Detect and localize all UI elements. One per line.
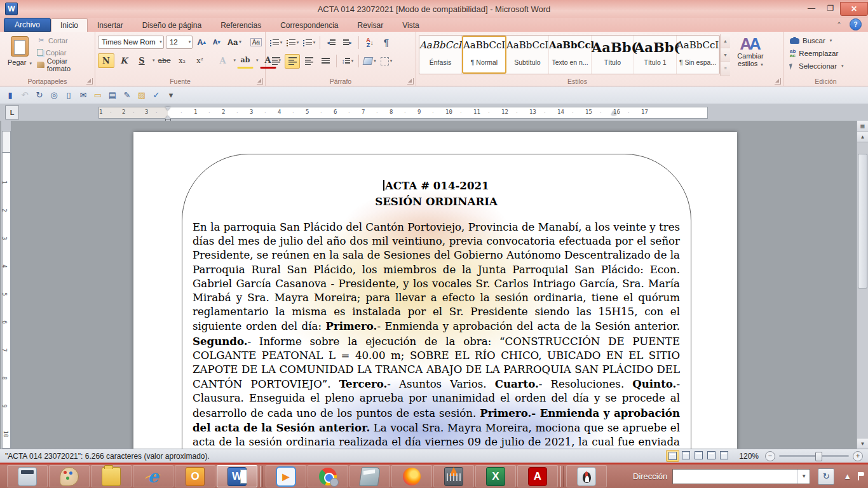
taskbar-item-media-player[interactable]: ▶ — [266, 465, 306, 487]
scroll-down-arrow[interactable]: ▼ — [857, 438, 868, 449]
superscript-button[interactable]: x² — [192, 53, 208, 68]
ruler-toggle-button[interactable]: ▦ — [857, 121, 868, 132]
taskbar-item-burner[interactable] — [433, 465, 474, 487]
zoom-level[interactable]: 120% — [739, 452, 759, 461]
taskbar-item-autocad[interactable]: A — [517, 465, 558, 487]
borders-button[interactable]: ▾ — [379, 54, 394, 69]
justify-button[interactable] — [318, 54, 333, 69]
change-case-button[interactable]: Aa▾ — [225, 35, 244, 49]
taskbar-item-outlook[interactable]: O — [175, 465, 215, 487]
decrease-indent-button[interactable]: ◂ — [323, 36, 339, 50]
tab-vista[interactable]: Vista — [393, 18, 428, 32]
horizontal-ruler[interactable]: 3·2·1·1·2·3·4·5·6·7·8·9·10·11·12·13·14·1… — [98, 107, 708, 119]
dialog-launcher-parrafo[interactable] — [407, 78, 414, 85]
scroll-up-arrow[interactable]: ▲ — [857, 132, 868, 142]
tab-selector-button[interactable]: L — [5, 105, 19, 119]
print-layout-view-button[interactable] — [666, 450, 679, 462]
print-icon[interactable]: ▤ — [106, 89, 119, 102]
style-texto-en-n-[interactable]: AaBbCclTexto en n... — [549, 36, 592, 74]
underline-dropdown[interactable]: ▾ — [153, 58, 155, 63]
format-painter-button[interactable]: Copiar formato — [36, 58, 92, 71]
address-input[interactable]: ▼ — [672, 469, 810, 484]
italic-button[interactable]: K — [116, 53, 132, 68]
font-name-combo[interactable]: Times New Rom▾ — [98, 36, 164, 49]
address-go-button[interactable]: ↻ — [818, 468, 834, 485]
tab-diseno-de-pagina[interactable]: Diseño de página — [133, 18, 211, 32]
taskbar-item-excel[interactable]: X — [475, 465, 516, 487]
style-t-tulo-1[interactable]: AaBb(Título 1 — [634, 36, 677, 74]
tab-correspondencia[interactable]: Correspondencia — [271, 18, 348, 32]
address-dropdown-icon[interactable]: ▼ — [797, 470, 810, 484]
font-size-combo[interactable]: 12▾ — [166, 36, 193, 49]
restore-button[interactable]: ❐ — [821, 2, 840, 15]
text-effects-button[interactable]: A — [215, 53, 231, 68]
mail-icon[interactable]: ✉ — [77, 89, 90, 102]
save-icon[interactable]: ▮ — [4, 89, 17, 102]
show-marks-button[interactable]: ¶ — [379, 36, 394, 50]
document-text[interactable]: ACTA # 014-2021 SESIÓN ORDINARIA En la p… — [193, 178, 680, 449]
highlight-button[interactable]: ab — [237, 53, 254, 69]
zoom-slider-track[interactable] — [779, 455, 849, 457]
style-subt-tulo[interactable]: AaBbCcISubtítulo — [506, 36, 549, 74]
numbering-button[interactable]: ▾ — [285, 36, 300, 50]
taskbar-item-firefox[interactable] — [391, 465, 432, 487]
dialog-launcher-estilos[interactable] — [775, 78, 781, 85]
indent-markers[interactable] — [165, 107, 171, 119]
new-document-icon[interactable]: ▯ — [62, 89, 75, 102]
taskbar-item-calculator[interactable] — [7, 465, 48, 487]
grow-font-button[interactable]: A▴ — [194, 35, 208, 49]
dialog-launcher-fuente[interactable] — [257, 78, 263, 85]
close-button[interactable]: ✕ — [840, 2, 868, 16]
align-right-button[interactable] — [301, 54, 316, 69]
print-preview-icon[interactable]: ◎ — [48, 89, 60, 102]
folder-options-icon[interactable]: ▨ — [135, 89, 148, 102]
document-page[interactable]: ACTA # 014-2021 SESIÓN ORDINARIA En la p… — [133, 132, 737, 449]
bold-button[interactable]: N — [98, 53, 114, 68]
cut-button[interactable]: ✂ Cortar — [36, 34, 92, 46]
style--sin-espa-[interactable]: AaBbCcI¶ Sin espa... — [677, 36, 719, 74]
styles-scroll-down[interactable]: ▼ — [721, 48, 730, 62]
shading-button[interactable]: ▾ — [362, 54, 377, 69]
more-icon[interactable]: ▾ — [165, 89, 177, 102]
paste-button[interactable]: Pegar ▾ — [5, 35, 34, 74]
taskbar-item-java[interactable] — [566, 465, 607, 487]
taskbar-item-internet-explorer[interactable]: e — [133, 465, 173, 487]
vertical-scrollbar[interactable]: ▦ ▲ ▼ — [857, 121, 868, 449]
draft-view-button[interactable] — [718, 450, 730, 461]
bullets-button[interactable]: ▾ — [268, 36, 283, 50]
minimize-button[interactable]: — — [802, 2, 821, 15]
taskbar-item-word[interactable]: W — [217, 465, 257, 487]
shrink-font-button[interactable]: A▾ — [210, 35, 223, 49]
style--nfasis[interactable]: AaBbCcIÉnfasis — [419, 36, 462, 74]
styles-more-button[interactable]: ≡ — [721, 62, 730, 76]
select-button[interactable]: Seleccionar▾ — [786, 60, 865, 72]
vertical-ruler[interactable]: 12345678910 — [1, 121, 11, 449]
taskbar-item-file-explorer[interactable] — [91, 465, 132, 487]
tab-inicio[interactable]: Inicio — [51, 18, 88, 32]
clear-formatting-button[interactable]: A̷a — [250, 37, 262, 47]
word-count-status[interactable]: "ACTA 014 23072021": 6.266 caracteres (v… — [0, 452, 210, 461]
underline-button[interactable]: S — [133, 53, 150, 68]
action-center-flag-icon[interactable] — [858, 472, 864, 480]
taskbar-item-fax-scan[interactable] — [349, 465, 390, 487]
replace-button[interactable]: abac Reemplazar — [786, 47, 865, 60]
help-icon[interactable]: ? — [850, 18, 862, 30]
zoom-slider-thumb[interactable] — [815, 452, 822, 461]
align-center-button[interactable] — [285, 54, 300, 69]
redo-icon[interactable]: ↻ — [33, 89, 46, 102]
style-t-tulo[interactable]: AaBb(Título — [592, 36, 634, 74]
style--normal[interactable]: AaBbCcI¶ Normal — [462, 36, 506, 74]
styles-scroll-up[interactable]: ▲ — [721, 34, 730, 48]
align-left-button[interactable] — [268, 54, 283, 69]
tab-referencias[interactable]: Referencias — [211, 18, 271, 32]
web-layout-view-button[interactable] — [693, 450, 705, 461]
find-button[interactable]: Buscar▾ — [786, 34, 865, 47]
multilevel-list-button[interactable]: ▾ — [301, 36, 316, 50]
sort-button[interactable]: AZ ↓ — [362, 36, 377, 50]
strikethrough-button[interactable]: abe — [156, 53, 173, 68]
outline-view-button[interactable] — [705, 450, 717, 461]
undo-icon[interactable]: ↶ — [18, 89, 31, 102]
show-hidden-icons[interactable]: ▲ — [843, 471, 851, 481]
full-screen-reading-view-button[interactable] — [680, 450, 692, 461]
taskbar-item-chrome[interactable] — [308, 465, 348, 487]
